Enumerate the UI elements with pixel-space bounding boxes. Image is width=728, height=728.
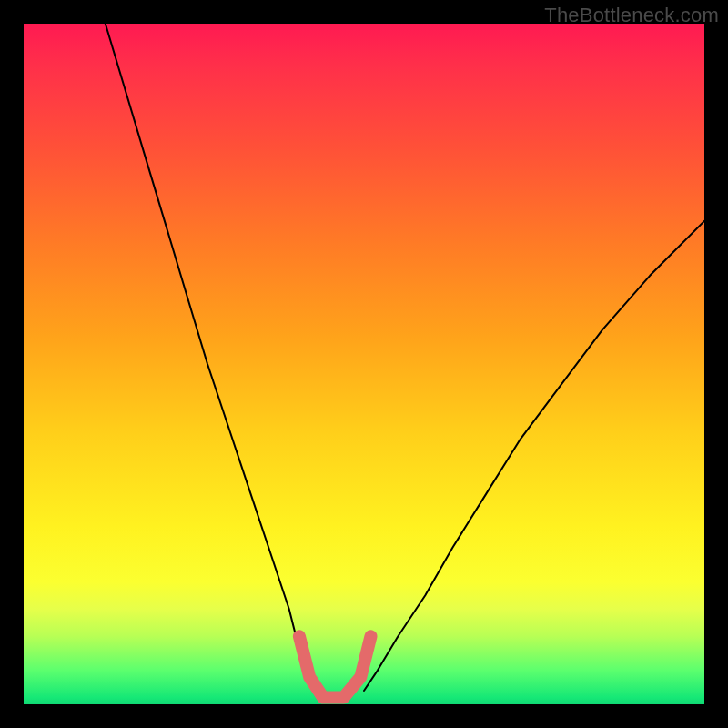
plot-area <box>24 24 704 704</box>
series-black-curve-left <box>106 24 313 691</box>
curves-svg <box>24 24 704 704</box>
chart-frame: TheBottleneck.com <box>0 0 728 728</box>
series-pink-highlight <box>299 636 371 697</box>
series-black-curve-right <box>364 221 704 691</box>
